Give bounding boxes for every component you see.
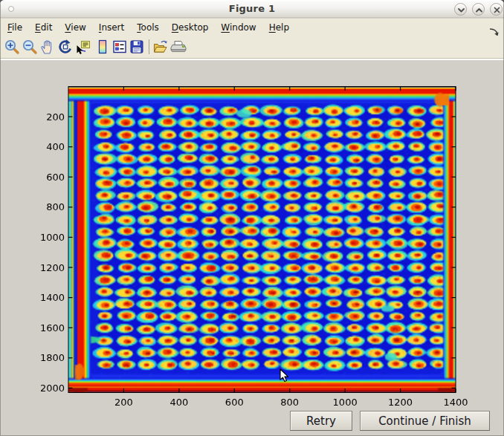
close-icon xyxy=(492,5,502,15)
menu-help[interactable]: Help xyxy=(269,22,289,33)
close-button[interactable] xyxy=(490,3,503,16)
retry-button[interactable]: Retry xyxy=(290,411,352,431)
menu-window[interactable]: Window xyxy=(221,22,256,33)
save-icon[interactable] xyxy=(129,39,145,55)
menu-tools[interactable]: Tools xyxy=(137,22,159,33)
figure-window: Figure 1 FileEditViewInsertToolsDesktopW… xyxy=(0,0,504,436)
menu-view[interactable]: View xyxy=(65,22,85,33)
continue-finish-button[interactable]: Continue / Finish xyxy=(360,411,490,431)
insert-colorbar-icon[interactable] xyxy=(94,39,111,55)
menu-edit[interactable]: Edit xyxy=(35,22,52,33)
menu-insert[interactable]: Insert xyxy=(99,22,124,33)
open-icon[interactable] xyxy=(152,39,169,55)
chevron-down-icon xyxy=(456,5,466,15)
chevron-up-icon xyxy=(474,5,484,15)
window-title: Figure 1 xyxy=(0,3,504,14)
zoom-out-icon[interactable] xyxy=(22,39,38,55)
rotate-3d-icon[interactable] xyxy=(57,39,74,55)
maximize-button[interactable] xyxy=(472,3,485,16)
data-cursor-icon[interactable] xyxy=(75,39,91,55)
zoom-in-icon[interactable] xyxy=(4,39,20,55)
thermal-image[interactable] xyxy=(68,86,456,393)
figure-toolbar xyxy=(0,36,504,58)
pan-icon[interactable] xyxy=(39,39,56,55)
menu-file[interactable]: File xyxy=(7,22,22,33)
insert-legend-icon[interactable] xyxy=(112,39,128,55)
menubar: FileEditViewInsertToolsDesktopWindowHelp xyxy=(0,19,504,36)
titlebar[interactable]: Figure 1 xyxy=(0,0,504,18)
toolbar-separator xyxy=(149,39,149,54)
minimize-button[interactable] xyxy=(454,3,467,16)
print-icon[interactable] xyxy=(170,39,187,55)
menu-desktop[interactable]: Desktop xyxy=(172,22,209,33)
